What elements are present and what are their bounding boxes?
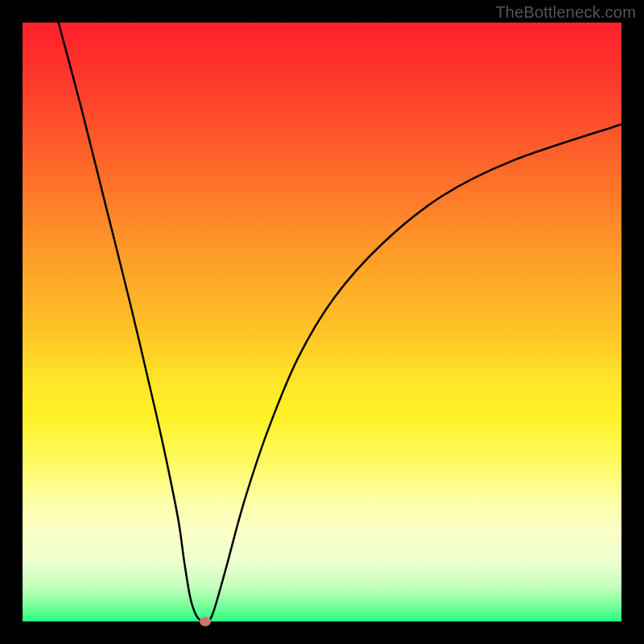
plot-area	[23, 23, 621, 621]
curve-svg	[23, 23, 621, 621]
watermark-text: TheBottleneck.com	[495, 3, 636, 22]
minimum-marker	[200, 617, 211, 626]
chart-frame: TheBottleneck.com	[0, 0, 644, 644]
bottleneck-curve-path	[59, 23, 621, 621]
